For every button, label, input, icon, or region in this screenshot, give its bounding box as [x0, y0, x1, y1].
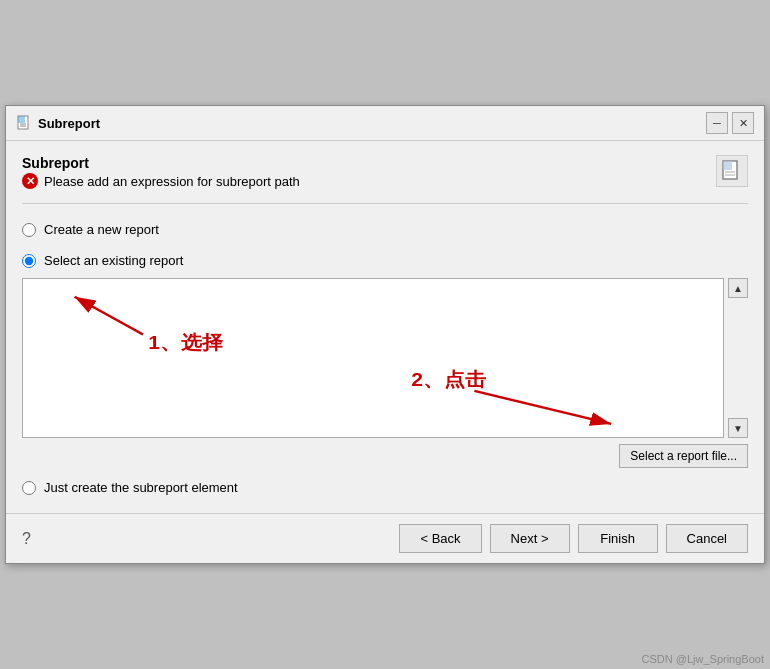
error-icon: ✕	[22, 173, 38, 189]
minimize-button[interactable]: ─	[706, 112, 728, 134]
watermark: CSDN @Ljw_SpringBoot	[642, 653, 764, 665]
error-row: ✕ Please add an expression for subreport…	[22, 173, 300, 189]
next-button[interactable]: Next >	[490, 524, 570, 553]
back-button[interactable]: < Back	[399, 524, 481, 553]
scrollbar-buttons: ▲ ▼	[728, 278, 748, 438]
titlebar: Subreport ─ ✕	[6, 106, 764, 141]
create-new-radio[interactable]	[22, 223, 36, 237]
header-divider	[22, 203, 748, 204]
svg-rect-1	[18, 116, 25, 123]
cancel-button[interactable]: Cancel	[666, 524, 748, 553]
just-create-label[interactable]: Just create the subreport element	[44, 480, 238, 495]
select-existing-radio[interactable]	[22, 254, 36, 268]
scroll-down-button[interactable]: ▼	[728, 418, 748, 438]
dialog-title: Subreport	[22, 155, 300, 171]
dialog-content: Subreport ✕ Please add an expression for…	[6, 141, 764, 513]
create-new-label[interactable]: Create a new report	[44, 222, 159, 237]
textarea-container: ▲ ▼	[22, 278, 748, 438]
existing-report-section: Select an existing report ▲ ▼	[22, 249, 748, 468]
close-button[interactable]: ✕	[732, 112, 754, 134]
textarea-wrapper: ▲ ▼ 1、选择 2	[22, 278, 748, 438]
header-left: Subreport ✕ Please add an expression for…	[22, 155, 300, 189]
window-icon	[16, 115, 32, 131]
scroll-up-button[interactable]: ▲	[728, 278, 748, 298]
select-report-file-button[interactable]: Select a report file...	[619, 444, 748, 468]
footer-buttons: ? < Back Next > Finish Cancel	[6, 513, 764, 563]
report-path-textarea[interactable]	[22, 278, 724, 438]
just-create-row[interactable]: Just create the subreport element	[22, 476, 748, 499]
window-title: Subreport	[38, 116, 100, 131]
corner-document-icon	[716, 155, 748, 187]
help-button[interactable]: ?	[22, 530, 31, 548]
titlebar-left: Subreport	[16, 115, 100, 131]
just-create-radio[interactable]	[22, 481, 36, 495]
section-header: Subreport ✕ Please add an expression for…	[22, 155, 748, 189]
titlebar-controls: ─ ✕	[706, 112, 754, 134]
create-new-row[interactable]: Create a new report	[22, 218, 748, 241]
select-file-row: Select a report file...	[22, 444, 748, 468]
finish-button[interactable]: Finish	[578, 524, 658, 553]
error-message: Please add an expression for subreport p…	[44, 174, 300, 189]
svg-rect-5	[723, 161, 732, 170]
select-existing-label[interactable]: Select an existing report	[44, 253, 183, 268]
select-existing-row[interactable]: Select an existing report	[22, 249, 748, 272]
main-window: Subreport ─ ✕ Subreport ✕ Please add an …	[5, 105, 765, 564]
